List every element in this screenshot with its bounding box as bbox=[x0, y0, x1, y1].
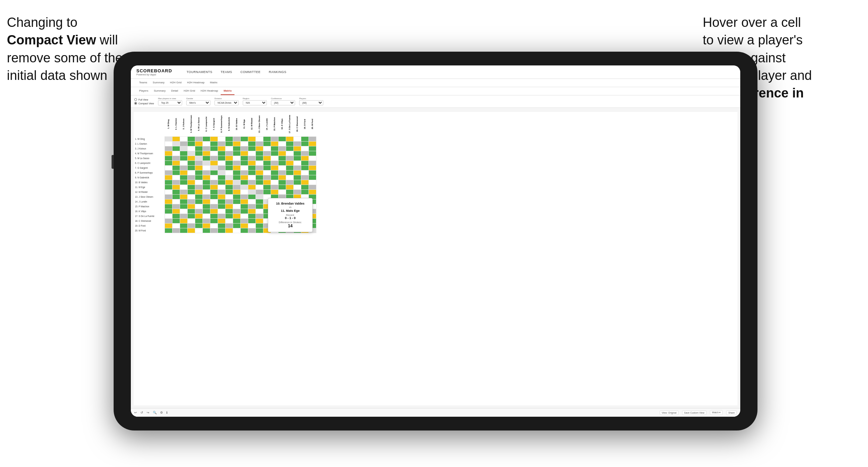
matrix-cell-14-2[interactable] bbox=[180, 204, 187, 209]
matrix-cell-15-8[interactable] bbox=[225, 209, 233, 214]
matrix-cell-6-18[interactable] bbox=[301, 166, 308, 170]
max-players-select[interactable]: Top 25 bbox=[158, 100, 182, 105]
matrix-cell-14-8[interactable] bbox=[225, 204, 233, 209]
matrix-cell-0-4[interactable] bbox=[195, 137, 202, 142]
matrix-cell-5-0[interactable] bbox=[165, 161, 172, 166]
matrix-cell-0-11[interactable] bbox=[248, 137, 255, 142]
matrix-cell-19-6[interactable] bbox=[210, 228, 218, 233]
matrix-cell-8-17[interactable] bbox=[293, 175, 301, 180]
matrix-cell-14-0[interactable] bbox=[165, 204, 172, 209]
matrix-cell-19-11[interactable] bbox=[248, 228, 255, 233]
undo-icon[interactable]: ↩ bbox=[134, 411, 137, 414]
matrix-cell-1-17[interactable] bbox=[293, 142, 301, 146]
matrix-cell-11-19[interactable] bbox=[308, 190, 316, 195]
matrix-cell-9-15[interactable] bbox=[278, 180, 286, 185]
matrix-cell-8-19[interactable] bbox=[308, 175, 316, 180]
matrix-cell-6-2[interactable] bbox=[180, 166, 187, 170]
matrix-cell-7-12[interactable] bbox=[255, 170, 263, 175]
matrix-cell-18-3[interactable] bbox=[187, 224, 195, 228]
matrix-cell-4-9[interactable] bbox=[233, 156, 240, 161]
matrix-cell-8-8[interactable] bbox=[225, 175, 233, 180]
matrix-cell-8-0[interactable] bbox=[165, 175, 172, 180]
matrix-cell-8-9[interactable] bbox=[233, 175, 240, 180]
matrix-cell-17-2[interactable] bbox=[180, 219, 187, 224]
matrix-cell-0-0[interactable] bbox=[165, 137, 172, 142]
matrix-cell-17-7[interactable] bbox=[218, 219, 225, 224]
matrix-cell-14-3[interactable] bbox=[187, 204, 195, 209]
matrix-cell-8-13[interactable] bbox=[263, 175, 271, 180]
matrix-cell-11-12[interactable] bbox=[255, 190, 263, 195]
matrix-cell-0-15[interactable] bbox=[278, 137, 286, 142]
matrix-cell-4-10[interactable] bbox=[240, 156, 248, 161]
matrix-cell-8-18[interactable] bbox=[301, 175, 308, 180]
matrix-cell-6-1[interactable] bbox=[172, 166, 180, 170]
matrix-cell-15-6[interactable] bbox=[210, 209, 218, 214]
matrix-cell-3-5[interactable] bbox=[202, 151, 210, 156]
matrix-cell-8-16[interactable] bbox=[286, 175, 293, 180]
matrix-cell-10-13[interactable] bbox=[263, 185, 271, 190]
matrix-cell-19-10[interactable] bbox=[240, 228, 248, 233]
matrix-cell-2-7[interactable] bbox=[218, 146, 225, 151]
matrix-cell-9-17[interactable] bbox=[293, 180, 301, 185]
matrix-cell-13-4[interactable] bbox=[195, 199, 202, 204]
matrix-cell-2-2[interactable] bbox=[180, 146, 187, 151]
matrix-cell-18-11[interactable] bbox=[248, 224, 255, 228]
matrix-cell-8-10[interactable] bbox=[240, 175, 248, 180]
matrix-cell-10-15[interactable] bbox=[278, 185, 286, 190]
matrix-cell-0-8[interactable] bbox=[225, 137, 233, 142]
matrix-cell-6-12[interactable] bbox=[255, 166, 263, 170]
matrix-cell-7-6[interactable] bbox=[210, 170, 218, 175]
matrix-cell-15-5[interactable] bbox=[202, 209, 210, 214]
matrix-cell-7-5[interactable] bbox=[202, 170, 210, 175]
matrix-cell-4-12[interactable] bbox=[255, 156, 263, 161]
matrix-cell-8-11[interactable] bbox=[248, 175, 255, 180]
matrix-cell-3-14[interactable] bbox=[271, 151, 278, 156]
matrix-cell-16-6[interactable] bbox=[210, 214, 218, 219]
redo-icon[interactable]: ↪ bbox=[147, 411, 149, 414]
matrix-cell-2-13[interactable] bbox=[263, 146, 271, 151]
matrix-cell-12-2[interactable] bbox=[180, 195, 187, 199]
matrix-cell-19-7[interactable] bbox=[218, 228, 225, 233]
matrix-cell-10-2[interactable] bbox=[180, 185, 187, 190]
matrix-cell-16-10[interactable] bbox=[240, 214, 248, 219]
matrix-cell-17-0[interactable] bbox=[165, 219, 172, 224]
matrix-cell-5-9[interactable] bbox=[233, 161, 240, 166]
matrix-cell-11-18[interactable] bbox=[301, 190, 308, 195]
matrix-cell-2-12[interactable] bbox=[255, 146, 263, 151]
matrix-cell-7-19[interactable] bbox=[308, 170, 316, 175]
matrix-cell-13-2[interactable] bbox=[180, 199, 187, 204]
matrix-cell-6-10[interactable] bbox=[240, 166, 248, 170]
matrix-cell-2-19[interactable] bbox=[308, 146, 316, 151]
matrix-cell-9-11[interactable] bbox=[248, 180, 255, 185]
matrix-cell-0-2[interactable] bbox=[180, 137, 187, 142]
matrix-cell-16-1[interactable] bbox=[172, 214, 180, 219]
matrix-cell-10-1[interactable] bbox=[172, 185, 180, 190]
matrix-cell-12-3[interactable] bbox=[187, 195, 195, 199]
matrix-cell-11-14[interactable] bbox=[271, 190, 278, 195]
matrix-cell-0-10[interactable] bbox=[240, 137, 248, 142]
matrix-cell-13-0[interactable] bbox=[165, 199, 172, 204]
matrix-cell-1-18[interactable] bbox=[301, 142, 308, 146]
matrix-cell-3-19[interactable] bbox=[308, 151, 316, 156]
matrix-cell-8-14[interactable] bbox=[271, 175, 278, 180]
matrix-cell-11-15[interactable] bbox=[278, 190, 286, 195]
matrix-cell-0-9[interactable] bbox=[233, 137, 240, 142]
matrix-cell-17-1[interactable] bbox=[172, 219, 180, 224]
tab-h2h-heatmap-p[interactable]: H2H Heatmap bbox=[198, 87, 221, 95]
matrix-cell-1-5[interactable] bbox=[202, 142, 210, 146]
matrix-cell-17-11[interactable] bbox=[248, 219, 255, 224]
matrix-cell-11-9[interactable] bbox=[233, 190, 240, 195]
matrix-cell-8-5[interactable] bbox=[202, 175, 210, 180]
matrix-cell-12-5[interactable] bbox=[202, 195, 210, 199]
matrix-cell-10-6[interactable] bbox=[210, 185, 218, 190]
matrix-cell-8-1[interactable] bbox=[172, 175, 180, 180]
full-view-option[interactable]: Full View bbox=[134, 98, 154, 101]
matrix-cell-1-8[interactable] bbox=[225, 142, 233, 146]
matrix-cell-19-12[interactable] bbox=[255, 228, 263, 233]
matrix-cell-9-12[interactable] bbox=[255, 180, 263, 185]
matrix-cell-9-1[interactable] bbox=[172, 180, 180, 185]
matrix-cell-9-4[interactable] bbox=[195, 180, 202, 185]
matrix-cell-4-16[interactable] bbox=[286, 156, 293, 161]
matrix-cell-7-9[interactable] bbox=[233, 170, 240, 175]
matrix-cell-4-2[interactable] bbox=[180, 156, 187, 161]
